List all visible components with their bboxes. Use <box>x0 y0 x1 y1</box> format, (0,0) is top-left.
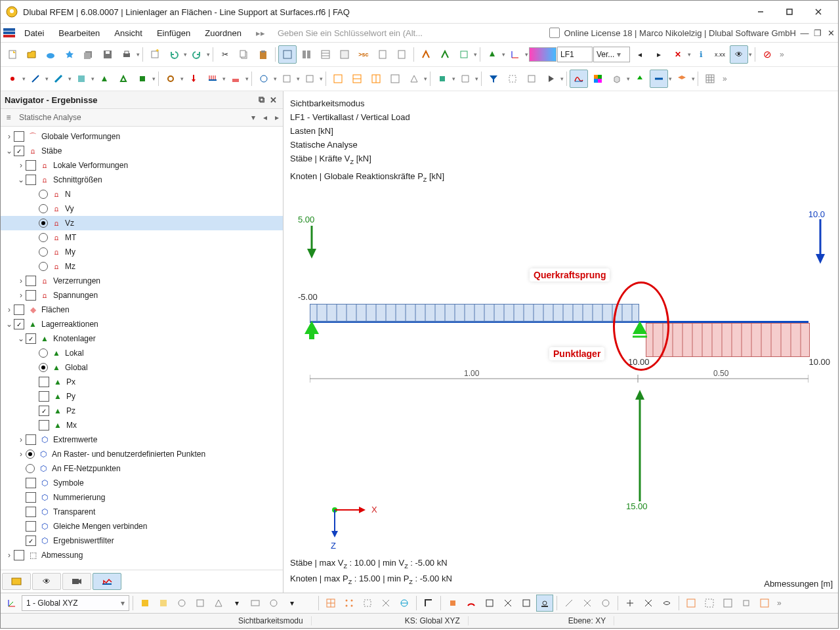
tree-filter[interactable]: ⬡Ergebniswertfilter <box>1 534 283 548</box>
grid-5[interactable] <box>756 595 773 612</box>
tool-z[interactable] <box>658 595 675 612</box>
tree-pz[interactable]: ▲Pz <box>1 404 283 418</box>
grid-t3[interactable] <box>367 70 385 88</box>
tree-lagerreaktionen[interactable]: ⌄▲Lagerreaktionen <box>1 317 283 331</box>
snap-perp[interactable] <box>499 595 516 612</box>
grid-4[interactable] <box>738 595 755 612</box>
open-button[interactable] <box>22 45 41 64</box>
navtab-results[interactable] <box>93 573 121 590</box>
navtab-data[interactable] <box>2 573 31 590</box>
tree-verzerrungen[interactable]: ›⩍Verzerrungen <box>1 274 283 288</box>
sel-a[interactable] <box>433 70 452 88</box>
analysis-combo[interactable]: ≡ Statische Analyse ▾ ◂ ▸ <box>1 109 283 127</box>
save-all-button[interactable] <box>79 45 98 64</box>
tree-px[interactable]: ▲Px <box>1 375 283 389</box>
redo-button[interactable] <box>188 45 206 64</box>
viewport[interactable]: Sichtbarkeitsmodus LF1 - Vertikallast / … <box>284 91 838 593</box>
tree-abmessung[interactable]: ›⬚Abmessung <box>1 548 283 562</box>
tool-c-button[interactable] <box>392 45 411 64</box>
toolbar-overflow-icon[interactable]: » <box>777 50 784 59</box>
new-item-button[interactable]: ✦ <box>146 45 164 64</box>
surface-tool[interactable] <box>72 70 91 88</box>
tree-lokal[interactable]: ▲Lokal <box>1 346 283 360</box>
tree-my[interactable]: ⩍My <box>1 245 283 259</box>
toolbar2-overflow-icon[interactable]: » <box>720 74 727 83</box>
navigator-pin-button[interactable]: ⧉ <box>255 94 267 105</box>
script-button[interactable]: >sc <box>354 45 373 64</box>
delete-result-button[interactable]: ✕ <box>669 45 687 64</box>
prev-button[interactable]: ◂ <box>631 45 649 64</box>
snap-int[interactable] <box>481 595 498 612</box>
view-mode1-button[interactable] <box>278 45 297 64</box>
tree-vy[interactable]: ⩍Vy <box>1 201 283 216</box>
paste-button[interactable] <box>254 45 272 64</box>
support-s-tool[interactable] <box>133 70 152 88</box>
layer-button[interactable] <box>673 70 691 88</box>
mdi-close-button[interactable]: ✕ <box>826 28 835 38</box>
menu-zuordnen[interactable]: Zuordnen <box>198 26 248 40</box>
menu-overflow-icon[interactable]: ▸▸ <box>249 28 272 38</box>
result-tree[interactable]: ›⌒Globale Verformungen ⌄⩍Stäbe ›⩍Lokale … <box>1 127 283 570</box>
bt-f[interactable] <box>247 595 264 612</box>
result-diagram-button[interactable] <box>570 70 588 88</box>
guide-a[interactable] <box>560 595 578 612</box>
load-l-tool[interactable] <box>203 70 222 88</box>
coord-button[interactable] <box>506 45 524 64</box>
menu-search-input[interactable]: Geben Sie ein Schlüsselwort ein (Alt... <box>273 26 453 40</box>
copy-button[interactable] <box>235 45 253 64</box>
grid-t2[interactable] <box>348 70 366 88</box>
filter-button[interactable] <box>484 70 503 88</box>
hinge-tool[interactable] <box>161 70 180 88</box>
menu-einfuegen[interactable]: Einfügen <box>150 26 197 40</box>
tree-lokale-verformungen[interactable]: ›⩍Lokale Verformungen <box>1 158 283 173</box>
support-l-tool[interactable] <box>114 70 133 88</box>
color-button[interactable] <box>589 70 607 88</box>
print-button[interactable] <box>117 45 136 64</box>
tree-extremwerte[interactable]: ›⬡Extremwerte <box>1 432 283 447</box>
tree-fe[interactable]: ⬡An FE-Netzpunkten <box>1 461 283 476</box>
bt-e[interactable] <box>210 595 227 612</box>
tree-mz[interactable]: ⩍Mz <box>1 259 283 274</box>
sel-hide[interactable] <box>522 70 541 88</box>
tree-mx[interactable]: ▲Mx <box>1 418 283 432</box>
support-tool-button[interactable] <box>483 45 501 64</box>
fav-button[interactable] <box>60 45 79 64</box>
bt-d[interactable] <box>192 595 209 612</box>
misc-b[interactable] <box>278 70 296 88</box>
xxx-button[interactable]: x.xx <box>711 45 729 64</box>
mdi-minimize-button[interactable]: — <box>800 28 809 38</box>
table-button[interactable] <box>316 45 335 64</box>
grid-big-button[interactable] <box>701 70 719 88</box>
play-button[interactable] <box>541 70 560 88</box>
grid-snap-a[interactable] <box>322 595 339 612</box>
load-s-tool[interactable] <box>226 70 245 88</box>
tool-a-button[interactable] <box>335 45 354 64</box>
tool-x[interactable] <box>621 595 639 612</box>
tree-vz[interactable]: ⩍Vz <box>1 216 283 230</box>
snap-end[interactable] <box>444 595 461 612</box>
save-button[interactable] <box>98 45 117 64</box>
tree-schnittgroessen[interactable]: ⌄⩍Schnittgrößen <box>1 173 283 187</box>
combo-prev[interactable]: ◂ <box>259 113 271 122</box>
sel-box[interactable] <box>503 70 522 88</box>
cloud-button[interactable] <box>41 45 60 64</box>
ortho-button[interactable] <box>420 595 437 612</box>
minimize-button[interactable] <box>746 3 775 21</box>
mdi-restore-button[interactable]: ❐ <box>813 28 822 38</box>
new-button[interactable] <box>3 45 22 64</box>
grid-snap-e[interactable] <box>396 595 413 612</box>
grid-t5[interactable] <box>405 70 423 88</box>
calc-c-button[interactable] <box>455 45 473 64</box>
line-tool[interactable] <box>26 70 45 88</box>
calc-a-button[interactable] <box>417 45 435 64</box>
menu-bearbeiten[interactable]: Bearbeiten <box>52 26 106 40</box>
tree-n[interactable]: ⩍N <box>1 187 283 201</box>
sel-b[interactable] <box>456 70 474 88</box>
cs-combo[interactable]: 1 - Global XYZ▾ <box>22 595 129 611</box>
next-button[interactable]: ▸ <box>650 45 668 64</box>
menu-ansicht[interactable]: Ansicht <box>108 26 149 40</box>
bottom-overflow-icon[interactable]: » <box>774 598 782 608</box>
tree-mt[interactable]: ⩍MT <box>1 230 283 245</box>
info-button[interactable]: ℹ <box>692 45 710 64</box>
node-tool[interactable] <box>3 70 22 88</box>
